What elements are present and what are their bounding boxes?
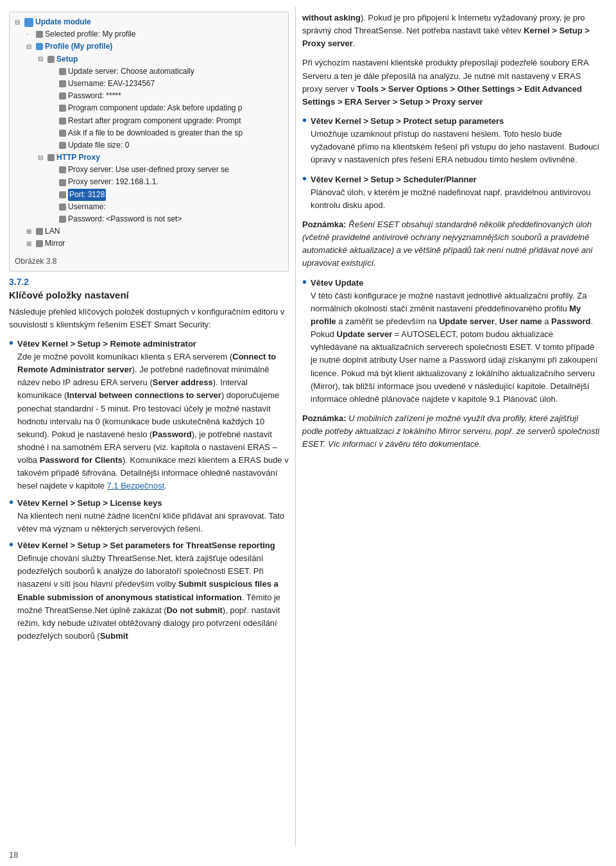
tree-item: ⊟ Setup Update serve: [38, 53, 283, 152]
tree-item-icon: [47, 154, 55, 161]
tree-item: Password: <Password is not set>: [49, 213, 283, 225]
tree-item: Password: *****: [49, 90, 283, 102]
tree-module-icon: [24, 18, 33, 27]
note-1: Poznámka: Řešení ESET obsahují standardn…: [302, 218, 601, 270]
tree-item-label: Program component update: Ask before upd…: [68, 102, 243, 114]
tree-item: Update file size: 0: [49, 139, 283, 152]
tree-root: ⊟ Update module: [15, 16, 283, 28]
expand-icon: ⊞: [26, 227, 34, 237]
tree-sublist: Update server: Choose automatically User…: [38, 65, 283, 152]
figure-container: ⊟ Update module · Selected profile: My p…: [9, 12, 289, 272]
tree-item-label: Password: *****: [68, 90, 121, 102]
tree-item-label: Mirror: [45, 238, 65, 250]
left-column: ⊟ Update module · Selected profile: My p…: [0, 6, 295, 847]
tree-item-icon: [59, 204, 66, 211]
bullet-dot: •: [9, 336, 13, 349]
note-2: Poznámka: U mobilních zařízení je možné …: [302, 412, 601, 451]
figure-label: Obrázek 3.8: [15, 257, 283, 266]
tree-item: ⊞ LAN: [26, 225, 283, 238]
tree-item: Username: EAV-1234567: [49, 78, 283, 90]
tree-sublist: ⊟ Setup Update serve: [26, 53, 283, 226]
expand-icon: ⊟: [15, 17, 22, 28]
bullet-scheduler-text: Větev Kernel > Setup > Scheduler/Planner…: [311, 173, 601, 212]
right-intro-1: without asking). Pokud je pro připojení …: [302, 12, 601, 50]
link-security[interactable]: 7.1 Bezpečnost: [107, 481, 165, 490]
tree-item-label: Update file size: 0: [68, 139, 129, 152]
bullet-update-text: Větev Update V této části konfigurace je…: [311, 277, 601, 406]
expand-icon: [49, 79, 57, 89]
right-intro-2: Při výchozím nastavení klientské produkt…: [302, 56, 601, 108]
tree-item-label-highlight: Port: 3128: [68, 189, 106, 201]
expand-icon: [49, 165, 57, 175]
tree-item-icon: [36, 31, 43, 38]
section-intro: Následuje přehled klíčových položek dost…: [9, 306, 289, 331]
section-title: Klíčové položky nastavení: [9, 290, 289, 300]
tree-item-label: Profile (My profile): [45, 40, 112, 53]
bullet-threatsense-text: Větev Kernel > Setup > Set parameters fo…: [17, 539, 289, 643]
tree-item: · Selected profile: My profile: [26, 28, 283, 40]
tree-item-label: Update server: Choose automatically: [68, 65, 194, 78]
expand-icon: [49, 189, 57, 200]
expand-icon: ⊞: [26, 239, 34, 249]
tree-item-icon: [59, 117, 66, 125]
tree-item-icon: [59, 105, 66, 112]
tree-item-icon: [59, 191, 66, 198]
tree-item-icon: [59, 166, 66, 173]
expand-icon: [49, 66, 57, 76]
tree-item: ⊟ HTTP Proxy Proxy s: [38, 152, 283, 225]
tree-list: · Selected profile: My profile ⊟ Profile…: [15, 28, 283, 250]
tree-item-label: Restart after program component upgrade:…: [68, 115, 241, 127]
tree-item: Update server: Choose automatically: [49, 65, 283, 78]
right-column: without asking). Pokud je pro připojení …: [295, 6, 610, 847]
tree-item-label: Username:: [68, 201, 106, 213]
tree-item: Proxy server: Use user-defined proxy ser…: [49, 164, 283, 176]
expand-icon: [49, 214, 57, 225]
tree-item-label: LAN: [45, 225, 60, 238]
expand-icon: [49, 91, 57, 101]
tree-item-icon: [36, 43, 43, 50]
expand-icon: [49, 177, 57, 187]
bullet-update: • Větev Update V této části konfigurace …: [302, 277, 601, 406]
bullet-remote-admin-text: Větev Kernel > Setup > Remote administra…: [17, 338, 289, 493]
tree-item: ⊞ Mirror: [26, 238, 283, 250]
expand-icon: [49, 116, 57, 126]
expand-icon: ⊟: [38, 54, 46, 64]
bullet-license-keys: • Větev Kernel > Setup > License keys Na…: [9, 497, 289, 535]
tree-item: Ask if a file to be downloaded is greate…: [49, 127, 283, 139]
tree: ⊟ Update module · Selected profile: My p…: [15, 16, 283, 250]
tree-item-label: Username: EAV-1234567: [68, 78, 155, 90]
bullet-dot: •: [302, 275, 307, 288]
bullet-license-keys-text: Větev Kernel > Setup > License keys Na k…: [17, 497, 289, 535]
tree-item-icon: [59, 68, 66, 75]
expand-icon: [49, 140, 57, 150]
tree-item-icon: [59, 80, 66, 87]
bullet-threatsense: • Větev Kernel > Setup > Set parameters …: [9, 539, 289, 643]
tree-item-label: Setup: [56, 53, 78, 65]
tree-item-icon: [36, 228, 43, 235]
tree-item-label: HTTP Proxy: [56, 152, 100, 164]
bullet-dot: •: [9, 496, 13, 508]
tree-sublist: Proxy server: Use user-defined proxy ser…: [38, 164, 283, 225]
tree-item: Username:: [49, 201, 283, 213]
expand-icon: ⊟: [38, 153, 46, 163]
tree-item-icon: [59, 130, 66, 137]
tree-item-label: Password: <Password is not set>: [68, 213, 182, 225]
page-number: 18: [9, 850, 18, 860]
bullet-remote-admin: • Větev Kernel > Setup > Remote administ…: [9, 338, 289, 493]
tree-item: Port: 3128: [49, 189, 283, 201]
tree-item-icon: [59, 216, 66, 223]
tree-item: ⊟ Profile (My profile) ⊟ Setup: [26, 40, 283, 225]
bullet-protect-setup-text: Větev Kernel > Setup > Protect setup par…: [311, 115, 601, 167]
expand-icon: ⊟: [26, 42, 34, 52]
expand-icon: [49, 103, 57, 114]
bullet-protect-setup: • Větev Kernel > Setup > Protect setup p…: [302, 115, 601, 167]
bullet-dot: •: [9, 538, 13, 551]
tree-item-label: Proxy server: Use user-defined proxy ser…: [68, 164, 229, 176]
tree-item-icon: [47, 56, 55, 63]
tree-item-label: Selected profile: My profile: [45, 28, 135, 40]
tree-item-icon: [59, 142, 66, 149]
expand-icon: [49, 128, 57, 138]
tree-item-icon: [59, 92, 66, 100]
expand-icon: ·: [26, 30, 34, 40]
tree-root-label: Update module: [35, 16, 91, 28]
